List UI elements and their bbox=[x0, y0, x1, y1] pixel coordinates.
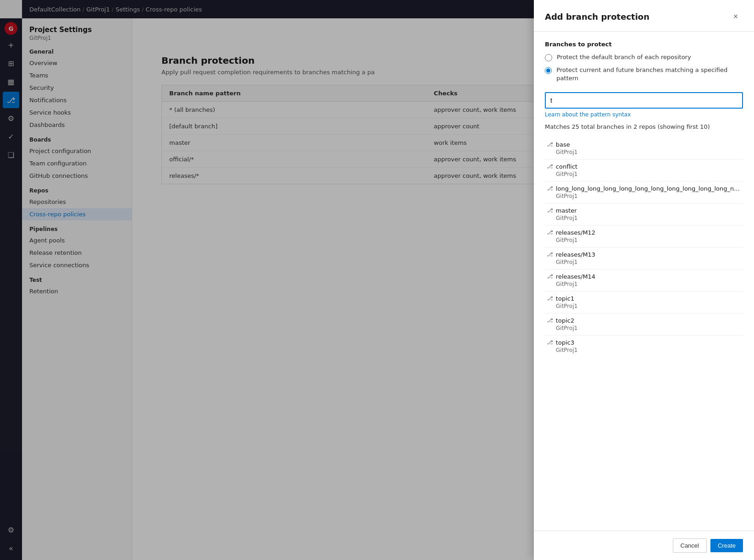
branch-name-text: master bbox=[556, 207, 577, 214]
branch-name: ⎇ long_long_long_long_long_long_long_lon… bbox=[547, 185, 741, 192]
branch-name: ⎇ topic1 bbox=[547, 295, 741, 302]
branch-name: ⎇ topic2 bbox=[547, 317, 741, 324]
close-button[interactable]: × bbox=[728, 18, 743, 24]
branch-icon: ⎇ bbox=[547, 251, 553, 258]
branch-list-item: ⎇ long_long_long_long_long_long_long_lon… bbox=[545, 181, 743, 203]
branch-icon: ⎇ bbox=[547, 141, 553, 148]
modal-overlay: Add branch protection × Branches to prot… bbox=[0, 18, 754, 560]
branch-name-text: topic3 bbox=[556, 339, 574, 346]
branch-icon: ⎇ bbox=[547, 317, 553, 324]
branch-name-text: releases/M14 bbox=[556, 273, 595, 280]
branch-repo: GitProj1 bbox=[556, 193, 741, 199]
branch-list-item: ⎇ base GitProj1 bbox=[545, 137, 743, 159]
branch-icon: ⎇ bbox=[547, 163, 553, 170]
branch-name: ⎇ releases/M13 bbox=[547, 251, 741, 258]
app-body: G + ⊞ ▦ ⎇ ⚙ ✓ ❏ ⚙ « Project Settings Git… bbox=[0, 18, 754, 560]
radio-default-branch[interactable]: Protect the default branch of each repos… bbox=[545, 53, 743, 61]
modal-body: Branches to protect Protect the default … bbox=[534, 32, 754, 531]
branch-icon: ⎇ bbox=[547, 185, 553, 192]
branch-repo: GitProj1 bbox=[556, 303, 741, 309]
radio-default-label: Protect the default branch of each repos… bbox=[557, 53, 691, 61]
branch-name: ⎇ releases/M14 bbox=[547, 273, 741, 280]
branch-repo: GitProj1 bbox=[556, 215, 741, 221]
branch-list-item: ⎇ topic2 GitProj1 bbox=[545, 313, 743, 335]
branch-icon: ⎇ bbox=[547, 273, 553, 280]
branch-repo: GitProj1 bbox=[556, 325, 741, 331]
branch-icon: ⎇ bbox=[547, 295, 553, 302]
radio-default-input[interactable] bbox=[545, 54, 552, 61]
branch-repo: GitProj1 bbox=[556, 149, 741, 155]
cancel-button[interactable]: Cancel bbox=[673, 538, 707, 553]
branches-to-protect-label: Branches to protect bbox=[545, 41, 743, 48]
branch-list: ⎇ base GitProj1 ⎇ conflict GitProj1 ⎇ lo… bbox=[545, 137, 743, 357]
pattern-hint[interactable]: Learn about the pattern syntax bbox=[545, 111, 743, 118]
branch-name-text: base bbox=[556, 141, 570, 148]
branch-name: ⎇ base bbox=[547, 141, 741, 148]
branch-name-text: topic2 bbox=[556, 317, 574, 324]
branch-name: ⎇ topic3 bbox=[547, 339, 741, 346]
branch-icon: ⎇ bbox=[547, 339, 553, 346]
branch-name: ⎇ conflict bbox=[547, 163, 741, 170]
branch-repo: GitProj1 bbox=[556, 281, 741, 287]
branch-list-item: ⎇ conflict GitProj1 bbox=[545, 159, 743, 181]
modal-header: Add branch protection × bbox=[534, 18, 754, 32]
branch-list-item: ⎇ releases/M13 GitProj1 bbox=[545, 247, 743, 269]
matches-info: Matches 25 total branches in 2 repos (sh… bbox=[545, 123, 743, 130]
branch-repo: GitProj1 bbox=[556, 237, 741, 243]
modal-footer: Cancel Create bbox=[534, 531, 754, 560]
branch-name-text: long_long_long_long_long_long_long_long_… bbox=[556, 185, 740, 192]
modal-title: Add branch protection bbox=[545, 18, 649, 22]
branch-icon: ⎇ bbox=[547, 229, 553, 236]
branch-name-text: releases/M13 bbox=[556, 251, 595, 258]
branch-list-item: ⎇ releases/M12 GitProj1 bbox=[545, 225, 743, 247]
radio-group: Protect the default branch of each repos… bbox=[545, 53, 743, 83]
create-button[interactable]: Create bbox=[710, 539, 743, 552]
branch-list-item: ⎇ releases/M14 GitProj1 bbox=[545, 269, 743, 291]
branch-icon: ⎇ bbox=[547, 207, 553, 214]
branch-name-text: conflict bbox=[556, 163, 577, 170]
branch-list-item: ⎇ topic1 GitProj1 bbox=[545, 291, 743, 313]
pattern-input[interactable] bbox=[545, 92, 743, 109]
branch-list-item: ⎇ master GitProj1 bbox=[545, 203, 743, 225]
add-branch-protection-panel: Add branch protection × Branches to prot… bbox=[534, 18, 754, 560]
radio-pattern-branch[interactable]: Protect current and future branches matc… bbox=[545, 66, 743, 82]
branch-name: ⎇ master bbox=[547, 207, 741, 214]
branch-list-item: ⎇ topic3 GitProj1 bbox=[545, 335, 743, 357]
branch-repo: GitProj1 bbox=[556, 259, 741, 265]
branch-name-text: releases/M12 bbox=[556, 229, 595, 236]
radio-pattern-label: Protect current and future branches matc… bbox=[556, 66, 743, 82]
radio-pattern-input[interactable] bbox=[545, 67, 552, 74]
branch-repo: GitProj1 bbox=[556, 347, 741, 353]
branch-name: ⎇ releases/M12 bbox=[547, 229, 741, 236]
branch-name-text: topic1 bbox=[556, 295, 574, 302]
branch-repo: GitProj1 bbox=[556, 171, 741, 177]
